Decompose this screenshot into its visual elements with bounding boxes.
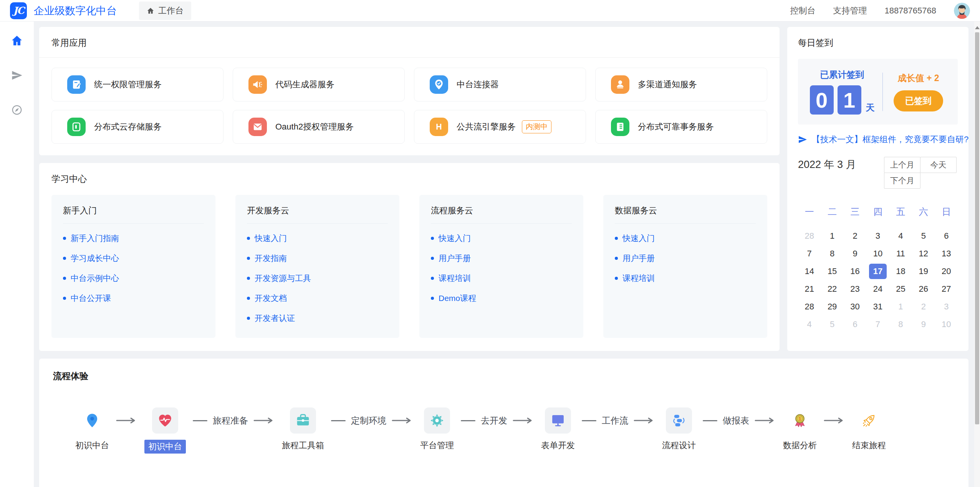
calendar-day[interactable]: 25 bbox=[889, 281, 912, 297]
calendar-day[interactable]: 21 bbox=[798, 281, 821, 297]
calendar-day[interactable]: 8 bbox=[821, 246, 843, 262]
calendar-day[interactable]: 2 bbox=[844, 228, 866, 244]
flow-step[interactable]: 旅程工具箱 bbox=[282, 407, 324, 451]
calendar-day[interactable]: 2 bbox=[912, 299, 935, 315]
learning-link[interactable]: 快速入门 bbox=[439, 233, 471, 244]
app-card[interactable]: 分布式云存储服务 bbox=[51, 110, 223, 144]
calendar-day[interactable]: 12 bbox=[912, 246, 935, 262]
flow-step[interactable]: 流程设计 bbox=[662, 407, 696, 451]
scrollbar-thumb[interactable] bbox=[975, 32, 979, 424]
calendar-day[interactable]: 18 bbox=[889, 263, 912, 279]
calendar-day[interactable]: 5 bbox=[821, 316, 843, 332]
calendar-day[interactable]: 31 bbox=[866, 299, 889, 315]
calendar-day[interactable]: 26 bbox=[912, 281, 935, 297]
learning-link[interactable]: 用户手册 bbox=[439, 253, 471, 264]
user-avatar[interactable] bbox=[954, 3, 970, 19]
scrollbar-up-arrow[interactable] bbox=[975, 26, 980, 29]
learning-link[interactable]: 中台示例中心 bbox=[71, 273, 119, 284]
menu-support[interactable]: 支持管理 bbox=[833, 5, 867, 17]
flow-step[interactable]: 1数据分析 bbox=[783, 407, 817, 451]
calendar-day[interactable]: 28 bbox=[798, 228, 821, 244]
app-card[interactable]: 分布式可靠事务服务 bbox=[595, 110, 767, 144]
calendar-day[interactable]: 3 bbox=[866, 228, 889, 244]
calendar-day[interactable]: 4 bbox=[798, 316, 821, 332]
svg-text:1: 1 bbox=[799, 416, 801, 422]
app-label: 分布式可靠事务服务 bbox=[638, 121, 714, 133]
calendar-day[interactable]: 4 bbox=[889, 228, 912, 244]
flow-step[interactable]: 初识中台 bbox=[144, 407, 186, 454]
compass-icon[interactable] bbox=[11, 104, 23, 116]
flow-step[interactable]: 结束旅程 bbox=[852, 407, 886, 451]
today-button[interactable]: 今天 bbox=[920, 157, 957, 173]
signed-in-button[interactable]: 已签到 bbox=[894, 90, 943, 111]
calendar-day[interactable]: 20 bbox=[935, 263, 958, 279]
learning-link[interactable]: 快速入门 bbox=[622, 233, 655, 244]
learning-link[interactable]: 开发文档 bbox=[255, 293, 287, 304]
app-card[interactable]: 多渠道通知服务 bbox=[595, 68, 767, 101]
app-card[interactable]: H公共流引擎服务内测中 bbox=[414, 110, 586, 144]
learning-link[interactable]: 中台公开课 bbox=[71, 293, 111, 304]
learning-link[interactable]: 学习成长中心 bbox=[71, 253, 119, 264]
prev-month-button[interactable]: 上个月 bbox=[884, 157, 920, 173]
vertical-scrollbar[interactable] bbox=[974, 22, 980, 487]
calendar-day[interactable]: 13 bbox=[935, 246, 958, 262]
calendar-day[interactable]: 24 bbox=[866, 281, 889, 297]
home-icon[interactable] bbox=[11, 35, 23, 47]
next-month-button[interactable]: 下个月 bbox=[884, 173, 920, 189]
calendar-day[interactable]: 23 bbox=[844, 281, 866, 297]
tab-workbench[interactable]: 工作台 bbox=[139, 2, 191, 20]
flow-step[interactable]: 初识中台 bbox=[75, 407, 109, 451]
permission-icon bbox=[67, 75, 86, 94]
learning-link[interactable]: 开发者认证 bbox=[255, 313, 295, 324]
list-item: 用户手册 bbox=[615, 253, 756, 264]
app-card[interactable]: Oauth2授权管理服务 bbox=[233, 110, 405, 144]
app-card[interactable]: 统一权限管理服务 bbox=[51, 68, 223, 101]
calendar-day[interactable]: 7 bbox=[798, 246, 821, 262]
learning-link[interactable]: 快速入门 bbox=[255, 233, 287, 244]
menu-console[interactable]: 控制台 bbox=[790, 5, 815, 17]
calendar-day[interactable]: 9 bbox=[912, 316, 935, 332]
learning-link[interactable]: 新手入门指南 bbox=[71, 233, 119, 244]
bullet-dot bbox=[615, 257, 618, 260]
calendar-day[interactable]: 6 bbox=[844, 316, 866, 332]
calendar-day[interactable]: 9 bbox=[844, 246, 866, 262]
send-icon[interactable] bbox=[11, 69, 23, 81]
calendar-day-number: 31 bbox=[869, 299, 887, 314]
brand-logo[interactable]: JC bbox=[10, 2, 27, 19]
calendar-day[interactable]: 11 bbox=[889, 246, 912, 262]
arrow-icon bbox=[392, 417, 413, 424]
bullet-dot bbox=[247, 317, 250, 320]
learning-link[interactable]: 开发指南 bbox=[255, 253, 287, 264]
calendar-day[interactable]: 28 bbox=[798, 299, 821, 315]
announcement-link[interactable]: 【技术一文】框架组件，究竟要不要自研? bbox=[798, 134, 958, 145]
arrow-icon bbox=[634, 417, 655, 424]
calendar-day[interactable]: 14 bbox=[798, 263, 821, 279]
calendar-day[interactable]: 10 bbox=[866, 246, 889, 262]
calendar-day[interactable]: 6 bbox=[935, 228, 958, 244]
flow-step[interactable]: 平台管理 bbox=[420, 407, 454, 451]
calendar-day[interactable]: 29 bbox=[821, 299, 843, 315]
calendar-day[interactable]: 27 bbox=[935, 281, 958, 297]
calendar-day[interactable]: 17 bbox=[866, 263, 889, 279]
calendar-day[interactable]: 30 bbox=[844, 299, 866, 315]
learning-link[interactable]: 开发资源与工具 bbox=[255, 273, 311, 284]
calendar-day[interactable]: 7 bbox=[866, 316, 889, 332]
app-card[interactable]: 代码生成器服务 bbox=[233, 68, 405, 101]
app-label: 公共流引擎服务 bbox=[457, 121, 516, 133]
calendar-day[interactable]: 15 bbox=[821, 263, 843, 279]
learning-link[interactable]: Demo课程 bbox=[439, 293, 476, 304]
learning-link[interactable]: 课程培训 bbox=[622, 273, 655, 284]
calendar-day[interactable]: 8 bbox=[889, 316, 912, 332]
calendar-day[interactable]: 19 bbox=[912, 263, 935, 279]
learning-link[interactable]: 用户手册 bbox=[622, 253, 655, 264]
app-card[interactable]: 中台连接器 bbox=[414, 68, 586, 101]
calendar-day[interactable]: 3 bbox=[935, 299, 958, 315]
calendar-day[interactable]: 5 bbox=[912, 228, 935, 244]
calendar-day[interactable]: 1 bbox=[821, 228, 843, 244]
calendar-day[interactable]: 22 bbox=[821, 281, 843, 297]
calendar-day[interactable]: 1 bbox=[889, 299, 912, 315]
flow-step[interactable]: 表单开发 bbox=[541, 407, 575, 451]
learning-link[interactable]: 课程培训 bbox=[439, 273, 471, 284]
calendar-day[interactable]: 10 bbox=[935, 316, 958, 332]
calendar-day[interactable]: 16 bbox=[844, 263, 866, 279]
